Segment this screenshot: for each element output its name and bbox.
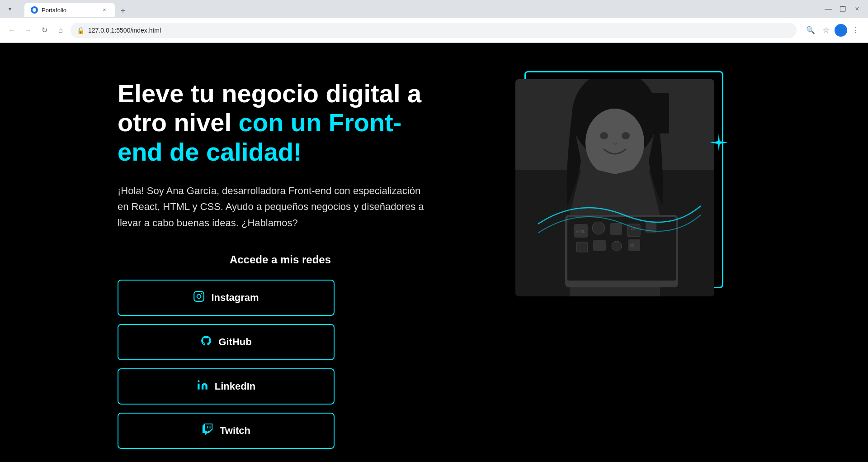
image-container: HTML 15 ok (515, 79, 714, 296)
svg-point-2 (197, 294, 201, 298)
reload-button[interactable]: ↻ (38, 24, 51, 37)
svg-rect-18 (610, 223, 622, 235)
forward-button[interactable]: → (22, 24, 34, 37)
tab-favicon (31, 6, 38, 14)
url-text: 127.0.0.1:5500/index.html (88, 27, 161, 34)
secure-icon: 🔒 (77, 27, 85, 34)
svg-rect-1 (194, 291, 204, 301)
linkedin-button[interactable]: LinkedIn (118, 368, 335, 405)
svg-text:15: 15 (631, 227, 635, 231)
svg-point-0 (33, 8, 36, 12)
twitch-label: Twitch (220, 425, 250, 437)
left-section: Eleve tu negocio digital a otro nivel co… (118, 79, 443, 449)
profile-avatar-icon: 👤 (837, 27, 845, 34)
social-buttons-container: Instagram GitHub (118, 280, 335, 449)
svg-rect-17 (592, 222, 605, 234)
hero-title: Eleve tu negocio digital a otro nivel co… (118, 79, 443, 167)
page-content: Eleve tu negocio digital a otro nivel co… (0, 43, 868, 462)
toolbar-icons: 🔍 ☆ 👤 ⋮ (804, 24, 863, 37)
bookmark-button[interactable]: ☆ (819, 24, 833, 37)
right-section: HTML 15 ok (497, 79, 714, 296)
profile-photo-frame: HTML 15 ok (515, 79, 714, 296)
svg-rect-20 (646, 222, 656, 233)
tab-title: Portafolio (42, 7, 66, 14)
svg-text:ok: ok (630, 243, 634, 248)
profile-button[interactable]: 👤 (835, 24, 847, 37)
linkedin-icon (197, 379, 208, 394)
address-bar[interactable]: 🔒 127.0.0.1:5500/index.html (71, 23, 797, 38)
instagram-button[interactable]: Instagram (118, 280, 335, 316)
home-button[interactable]: ⌂ (54, 24, 67, 37)
svg-rect-21 (576, 242, 588, 252)
svg-rect-22 (593, 240, 606, 251)
sparkle-decoration (710, 133, 728, 156)
social-section-title: Accede a mis redes (118, 253, 443, 266)
profile-photo: HTML 15 ok (515, 79, 714, 296)
maximize-button[interactable]: ❐ (836, 3, 849, 15)
tab-dropdown-button[interactable]: ▾ (5, 4, 15, 14)
menu-button[interactable]: ⋮ (849, 24, 863, 37)
browser-titlebar: ▾ Portafolio × + — ❐ × (0, 0, 868, 18)
svg-rect-4 (198, 383, 199, 389)
svg-point-11 (585, 109, 644, 176)
browser-chrome: ▾ Portafolio × + — ❐ × ← → ↻ ⌂ (0, 0, 868, 43)
github-icon (200, 335, 212, 349)
back-button[interactable]: ← (5, 24, 18, 37)
github-button[interactable]: GitHub (118, 324, 335, 360)
twitch-button[interactable]: Twitch (118, 413, 335, 449)
svg-point-3 (201, 293, 202, 294)
instagram-icon (193, 291, 205, 305)
github-label: GitHub (218, 336, 251, 348)
instagram-label: Instagram (211, 292, 259, 304)
new-tab-button[interactable]: + (117, 5, 129, 17)
linkedin-label: LinkedIn (215, 381, 255, 392)
svg-point-13 (622, 132, 630, 139)
svg-point-5 (198, 380, 199, 382)
browser-toolbar: ← → ↻ ⌂ 🔒 127.0.0.1:5500/index.html 🔍 ☆ … (0, 18, 868, 43)
minimize-button[interactable]: — (822, 3, 835, 15)
zoom-button[interactable]: 🔍 (804, 24, 817, 37)
content-wrapper: Eleve tu negocio digital a otro nivel co… (118, 79, 750, 449)
svg-text:HTML: HTML (576, 230, 585, 234)
close-button[interactable]: × (851, 3, 863, 15)
svg-point-12 (600, 132, 608, 139)
svg-rect-23 (612, 241, 622, 251)
hero-description: ¡Hola! Soy Ana García, desarrolladora Fr… (118, 183, 425, 231)
browser-tabs: Portafolio × + (21, 1, 133, 17)
tab-close-button[interactable]: × (100, 6, 108, 14)
active-tab[interactable]: Portafolio × (24, 3, 115, 17)
twitch-icon (202, 424, 213, 438)
